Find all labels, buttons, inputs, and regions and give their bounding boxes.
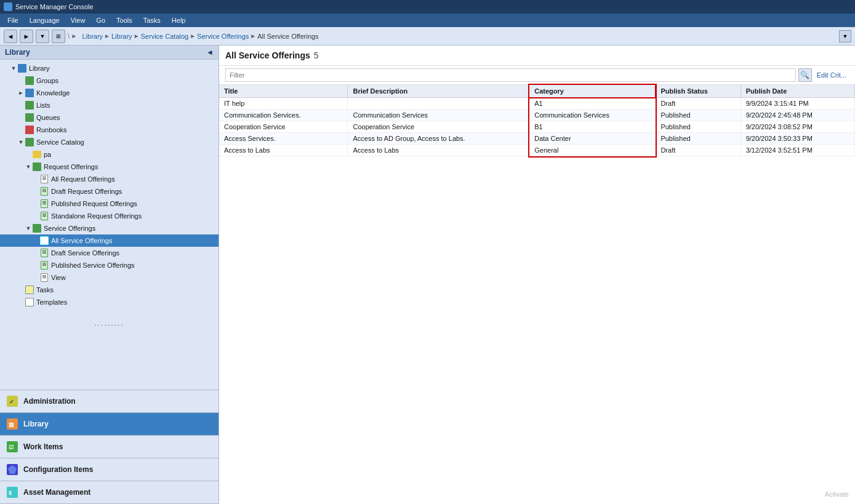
col-header-title[interactable]: Title: [219, 85, 348, 98]
sidebar-label-request-offerings: Request Offerings: [44, 163, 98, 170]
table-row[interactable]: Access Services.Access to AD Group, Acce…: [219, 133, 855, 145]
edit-criteria-button[interactable]: Edit Crit...: [814, 70, 849, 80]
cell-publish-date: 9/9/2024 3:15:41 PM: [741, 98, 854, 110]
bottom-nav-configuration-items[interactable]: Configuration Items: [0, 458, 219, 481]
sidebar-item-templates[interactable]: Templates: [0, 296, 219, 308]
sidebar-item-groups[interactable]: Groups: [0, 74, 219, 87]
sidebar-item-all-service-offerings[interactable]: All Service Offerings: [0, 234, 219, 247]
sidebar-item-published-service-offerings[interactable]: Published Service Offerings: [0, 259, 219, 271]
sidebar-label-published-request-offerings: Published Request Offerings: [51, 200, 137, 207]
cell-title: Access to Labs: [219, 145, 348, 156]
expand-arrow-runbooks: [17, 126, 25, 134]
sidebar-item-published-request-offerings[interactable]: Published Request Offerings: [0, 198, 219, 210]
breadcrumb-library1[interactable]: Library: [82, 33, 103, 40]
col-header-brief-description[interactable]: Brief Description: [348, 85, 529, 98]
dropdown-button[interactable]: ▼: [36, 30, 49, 43]
sidebar-item-standalone-request-offerings[interactable]: Standalone Request Offerings: [0, 210, 219, 222]
content-area: All Service Offerings 5 🔍 Edit Crit... T…: [219, 46, 855, 504]
menu-view[interactable]: View: [66, 15, 90, 25]
menu-language[interactable]: Language: [25, 15, 65, 25]
search-button[interactable]: 🔍: [798, 68, 812, 82]
table-row[interactable]: Access to LabsAccess to LabsGeneralDraft…: [219, 145, 855, 156]
bottom-nav-label-configuration-items: Configuration Items: [23, 465, 93, 474]
grid-button[interactable]: ⊞: [52, 30, 65, 43]
table-header-row: Title Brief Description Category Publish…: [219, 85, 855, 98]
menu-tools[interactable]: Tools: [111, 15, 137, 25]
draft-request-offerings-icon: [39, 186, 49, 196]
sidebar-label-all-service-offerings: All Service Offerings: [51, 237, 112, 244]
table-body: IT helpA1Draft9/9/2024 3:15:41 PMCommuni…: [219, 98, 855, 156]
sidebar-label-service-catalog: Service Catalog: [36, 138, 84, 146]
sidebar-label-library-root: Library: [29, 65, 50, 72]
sidebar-item-tasks[interactable]: Tasks: [0, 284, 219, 296]
svg-text:▤: ▤: [9, 422, 14, 428]
breadcrumb-service-offerings[interactable]: Service Offerings: [197, 33, 249, 40]
cell-category: B1: [529, 121, 656, 133]
bottom-nav-work-items[interactable]: ☑ Work Items: [0, 436, 219, 458]
sidebar-item-service-catalog[interactable]: ▼ Service Catalog: [0, 136, 219, 148]
sidebar-collapse-button[interactable]: ◄: [206, 48, 214, 57]
sidebar-item-all-request-offerings[interactable]: All Request Offerings: [0, 173, 219, 185]
sidebar-item-queues[interactable]: Queues: [0, 111, 219, 124]
table-row[interactable]: Cooperation ServiceCooperation ServiceB1…: [219, 121, 855, 133]
sidebar-item-knowledge[interactable]: ► Knowledge: [0, 87, 219, 99]
cell-publish-status: Published: [656, 110, 741, 121]
menu-file[interactable]: File: [2, 15, 23, 25]
sidebar-item-request-offerings[interactable]: ▼ Request Offerings: [0, 161, 219, 173]
sidebar-item-view[interactable]: View: [0, 271, 219, 284]
sidebar-header: Library ◄: [0, 46, 219, 60]
breadcrumb-library2[interactable]: Library: [111, 33, 132, 40]
workitems-nav-icon: ☑: [6, 441, 18, 453]
cell-title: Communication Services.: [219, 110, 348, 121]
search-icon: 🔍: [800, 71, 809, 79]
menu-tasks[interactable]: Tasks: [138, 15, 166, 25]
sidebar-item-library-root[interactable]: ▼ Library: [0, 62, 219, 74]
knowledge-icon: [25, 88, 34, 98]
sidebar-title: Library: [5, 48, 30, 57]
sidebar-label-standalone-request-offerings: Standalone Request Offerings: [51, 212, 142, 220]
menu-go[interactable]: Go: [91, 15, 110, 25]
filter-input[interactable]: [225, 68, 796, 82]
cell-publish-status: Published: [656, 121, 741, 133]
sidebar-item-service-offerings[interactable]: ▼ Service Offerings: [0, 222, 219, 234]
bottom-nav-asset-management[interactable]: $ Asset Management: [0, 481, 219, 504]
back-button[interactable]: ◄: [4, 30, 17, 43]
col-header-publish-status[interactable]: Publish Status: [656, 85, 741, 98]
sidebar-label-published-service-offerings: Published Service Offerings: [51, 262, 135, 269]
sidebar-item-lists[interactable]: Lists: [0, 99, 219, 111]
bottom-nav-library[interactable]: ▤ Library: [0, 413, 219, 436]
view-icon: [39, 273, 49, 282]
all-request-offerings-icon: [39, 174, 49, 184]
breadcrumb-all-service-offerings: All Service Offerings: [257, 33, 318, 40]
sidebar-item-draft-service-offerings[interactable]: Draft Service Offerings: [0, 247, 219, 259]
expand-arrow-lists: [17, 102, 25, 109]
cell-category: Communication Services: [529, 110, 656, 121]
cell-brief-description: Communication Services: [348, 110, 529, 121]
table-row[interactable]: IT helpA1Draft9/9/2024 3:15:41 PM: [219, 98, 855, 110]
col-header-publish-date[interactable]: Publish Date: [741, 85, 854, 98]
sidebar-item-runbooks[interactable]: Runbooks: [0, 124, 219, 136]
breadcrumb-service-catalog[interactable]: Service Catalog: [141, 33, 189, 40]
queues-icon: [25, 113, 34, 122]
bottom-nav-label-administration: Administration: [23, 397, 76, 406]
svg-text:$: $: [9, 490, 12, 496]
sidebar-label-tasks: Tasks: [36, 286, 54, 294]
sidebar-item-pa[interactable]: pa: [0, 148, 219, 161]
cell-brief-description: Cooperation Service: [348, 121, 529, 133]
toolbar-expand-button[interactable]: ▼: [839, 30, 851, 42]
admin-nav-icon: ✓: [6, 395, 18, 407]
table-row[interactable]: Communication Services.Communication Ser…: [219, 110, 855, 121]
forward-button[interactable]: ►: [20, 30, 33, 43]
sidebar-item-draft-request-offerings[interactable]: Draft Request Offerings: [0, 185, 219, 198]
menu-help[interactable]: Help: [167, 15, 191, 25]
expand-arrow-queues: [17, 114, 25, 121]
content-title: All Service Offerings: [225, 50, 310, 60]
col-header-category[interactable]: Category: [529, 85, 656, 98]
cell-title: Access Services.: [219, 133, 348, 145]
sidebar-label-all-request-offerings: All Request Offerings: [51, 175, 115, 183]
cell-publish-status: Published: [656, 133, 741, 145]
svg-text:☑: ☑: [9, 444, 14, 450]
bottom-nav-administration[interactable]: ✓ Administration: [0, 390, 219, 413]
breadcrumb: Library ► Library ► Service Catalog ► Se…: [82, 33, 318, 40]
cell-title: IT help: [219, 98, 348, 110]
